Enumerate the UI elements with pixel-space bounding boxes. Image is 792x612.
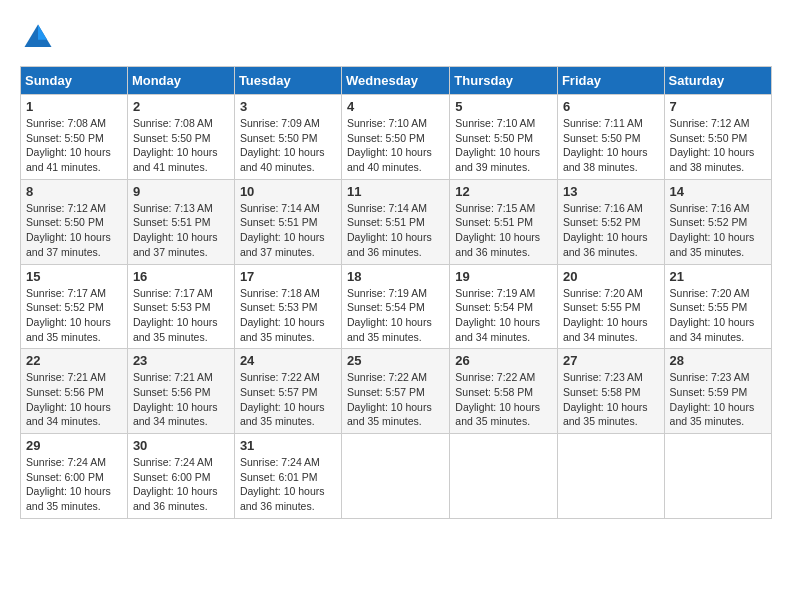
day-info: Sunrise: 7:23 AMSunset: 5:58 PMDaylight:…	[563, 371, 648, 427]
day-number: 8	[26, 184, 122, 199]
day-info: Sunrise: 7:14 AMSunset: 5:51 PMDaylight:…	[240, 202, 325, 258]
calendar-cell	[664, 434, 771, 519]
day-info: Sunrise: 7:21 AMSunset: 5:56 PMDaylight:…	[26, 371, 111, 427]
calendar-week-2: 8 Sunrise: 7:12 AMSunset: 5:50 PMDayligh…	[21, 179, 772, 264]
day-number: 2	[133, 99, 229, 114]
day-number: 16	[133, 269, 229, 284]
calendar-cell: 4 Sunrise: 7:10 AMSunset: 5:50 PMDayligh…	[342, 95, 450, 180]
day-number: 28	[670, 353, 766, 368]
calendar-cell: 31 Sunrise: 7:24 AMSunset: 6:01 PMDaylig…	[234, 434, 341, 519]
day-number: 3	[240, 99, 336, 114]
weekday-header-saturday: Saturday	[664, 67, 771, 95]
day-number: 9	[133, 184, 229, 199]
day-info: Sunrise: 7:22 AMSunset: 5:58 PMDaylight:…	[455, 371, 540, 427]
calendar-cell: 22 Sunrise: 7:21 AMSunset: 5:56 PMDaylig…	[21, 349, 128, 434]
page-header	[20, 20, 772, 56]
day-number: 13	[563, 184, 659, 199]
weekday-header-sunday: Sunday	[21, 67, 128, 95]
day-number: 4	[347, 99, 444, 114]
calendar-cell: 12 Sunrise: 7:15 AMSunset: 5:51 PMDaylig…	[450, 179, 558, 264]
day-info: Sunrise: 7:20 AMSunset: 5:55 PMDaylight:…	[563, 287, 648, 343]
day-number: 22	[26, 353, 122, 368]
day-number: 7	[670, 99, 766, 114]
day-number: 29	[26, 438, 122, 453]
calendar-cell: 6 Sunrise: 7:11 AMSunset: 5:50 PMDayligh…	[557, 95, 664, 180]
calendar-cell: 11 Sunrise: 7:14 AMSunset: 5:51 PMDaylig…	[342, 179, 450, 264]
weekday-header-thursday: Thursday	[450, 67, 558, 95]
day-number: 10	[240, 184, 336, 199]
day-number: 11	[347, 184, 444, 199]
day-number: 25	[347, 353, 444, 368]
day-number: 27	[563, 353, 659, 368]
day-info: Sunrise: 7:17 AMSunset: 5:53 PMDaylight:…	[133, 287, 218, 343]
day-info: Sunrise: 7:08 AMSunset: 5:50 PMDaylight:…	[26, 117, 111, 173]
day-number: 20	[563, 269, 659, 284]
calendar-cell: 23 Sunrise: 7:21 AMSunset: 5:56 PMDaylig…	[127, 349, 234, 434]
weekday-header-row: SundayMondayTuesdayWednesdayThursdayFrid…	[21, 67, 772, 95]
calendar-cell	[557, 434, 664, 519]
weekday-header-friday: Friday	[557, 67, 664, 95]
calendar-cell: 19 Sunrise: 7:19 AMSunset: 5:54 PMDaylig…	[450, 264, 558, 349]
weekday-header-tuesday: Tuesday	[234, 67, 341, 95]
day-info: Sunrise: 7:16 AMSunset: 5:52 PMDaylight:…	[670, 202, 755, 258]
calendar-cell: 30 Sunrise: 7:24 AMSunset: 6:00 PMDaylig…	[127, 434, 234, 519]
day-number: 12	[455, 184, 552, 199]
day-number: 1	[26, 99, 122, 114]
day-info: Sunrise: 7:22 AMSunset: 5:57 PMDaylight:…	[347, 371, 432, 427]
day-info: Sunrise: 7:18 AMSunset: 5:53 PMDaylight:…	[240, 287, 325, 343]
calendar-week-4: 22 Sunrise: 7:21 AMSunset: 5:56 PMDaylig…	[21, 349, 772, 434]
calendar-cell: 9 Sunrise: 7:13 AMSunset: 5:51 PMDayligh…	[127, 179, 234, 264]
day-number: 24	[240, 353, 336, 368]
weekday-header-monday: Monday	[127, 67, 234, 95]
day-number: 23	[133, 353, 229, 368]
day-info: Sunrise: 7:17 AMSunset: 5:52 PMDaylight:…	[26, 287, 111, 343]
day-number: 26	[455, 353, 552, 368]
calendar-cell: 5 Sunrise: 7:10 AMSunset: 5:50 PMDayligh…	[450, 95, 558, 180]
day-info: Sunrise: 7:12 AMSunset: 5:50 PMDaylight:…	[26, 202, 111, 258]
day-info: Sunrise: 7:22 AMSunset: 5:57 PMDaylight:…	[240, 371, 325, 427]
day-number: 17	[240, 269, 336, 284]
calendar-cell: 20 Sunrise: 7:20 AMSunset: 5:55 PMDaylig…	[557, 264, 664, 349]
day-info: Sunrise: 7:10 AMSunset: 5:50 PMDaylight:…	[455, 117, 540, 173]
calendar-week-5: 29 Sunrise: 7:24 AMSunset: 6:00 PMDaylig…	[21, 434, 772, 519]
day-info: Sunrise: 7:24 AMSunset: 6:00 PMDaylight:…	[133, 456, 218, 512]
day-info: Sunrise: 7:13 AMSunset: 5:51 PMDaylight:…	[133, 202, 218, 258]
day-info: Sunrise: 7:15 AMSunset: 5:51 PMDaylight:…	[455, 202, 540, 258]
day-info: Sunrise: 7:11 AMSunset: 5:50 PMDaylight:…	[563, 117, 648, 173]
calendar-cell: 27 Sunrise: 7:23 AMSunset: 5:58 PMDaylig…	[557, 349, 664, 434]
calendar-cell	[342, 434, 450, 519]
calendar-cell: 16 Sunrise: 7:17 AMSunset: 5:53 PMDaylig…	[127, 264, 234, 349]
calendar-cell: 7 Sunrise: 7:12 AMSunset: 5:50 PMDayligh…	[664, 95, 771, 180]
day-number: 18	[347, 269, 444, 284]
calendar-cell: 2 Sunrise: 7:08 AMSunset: 5:50 PMDayligh…	[127, 95, 234, 180]
day-info: Sunrise: 7:24 AMSunset: 6:01 PMDaylight:…	[240, 456, 325, 512]
calendar-cell: 17 Sunrise: 7:18 AMSunset: 5:53 PMDaylig…	[234, 264, 341, 349]
calendar-table: SundayMondayTuesdayWednesdayThursdayFrid…	[20, 66, 772, 519]
calendar-cell: 15 Sunrise: 7:17 AMSunset: 5:52 PMDaylig…	[21, 264, 128, 349]
calendar-week-1: 1 Sunrise: 7:08 AMSunset: 5:50 PMDayligh…	[21, 95, 772, 180]
day-info: Sunrise: 7:16 AMSunset: 5:52 PMDaylight:…	[563, 202, 648, 258]
calendar-cell: 13 Sunrise: 7:16 AMSunset: 5:52 PMDaylig…	[557, 179, 664, 264]
calendar-cell: 1 Sunrise: 7:08 AMSunset: 5:50 PMDayligh…	[21, 95, 128, 180]
day-number: 15	[26, 269, 122, 284]
logo-icon	[20, 20, 56, 56]
calendar-body: 1 Sunrise: 7:08 AMSunset: 5:50 PMDayligh…	[21, 95, 772, 519]
day-number: 6	[563, 99, 659, 114]
day-info: Sunrise: 7:19 AMSunset: 5:54 PMDaylight:…	[347, 287, 432, 343]
calendar-cell: 8 Sunrise: 7:12 AMSunset: 5:50 PMDayligh…	[21, 179, 128, 264]
calendar-cell: 28 Sunrise: 7:23 AMSunset: 5:59 PMDaylig…	[664, 349, 771, 434]
day-info: Sunrise: 7:10 AMSunset: 5:50 PMDaylight:…	[347, 117, 432, 173]
day-number: 21	[670, 269, 766, 284]
calendar-cell: 26 Sunrise: 7:22 AMSunset: 5:58 PMDaylig…	[450, 349, 558, 434]
weekday-header-wednesday: Wednesday	[342, 67, 450, 95]
day-number: 19	[455, 269, 552, 284]
calendar-cell: 18 Sunrise: 7:19 AMSunset: 5:54 PMDaylig…	[342, 264, 450, 349]
calendar-cell: 25 Sunrise: 7:22 AMSunset: 5:57 PMDaylig…	[342, 349, 450, 434]
day-number: 14	[670, 184, 766, 199]
day-info: Sunrise: 7:09 AMSunset: 5:50 PMDaylight:…	[240, 117, 325, 173]
calendar-cell: 10 Sunrise: 7:14 AMSunset: 5:51 PMDaylig…	[234, 179, 341, 264]
day-info: Sunrise: 7:20 AMSunset: 5:55 PMDaylight:…	[670, 287, 755, 343]
day-info: Sunrise: 7:21 AMSunset: 5:56 PMDaylight:…	[133, 371, 218, 427]
logo	[20, 20, 60, 56]
day-info: Sunrise: 7:12 AMSunset: 5:50 PMDaylight:…	[670, 117, 755, 173]
